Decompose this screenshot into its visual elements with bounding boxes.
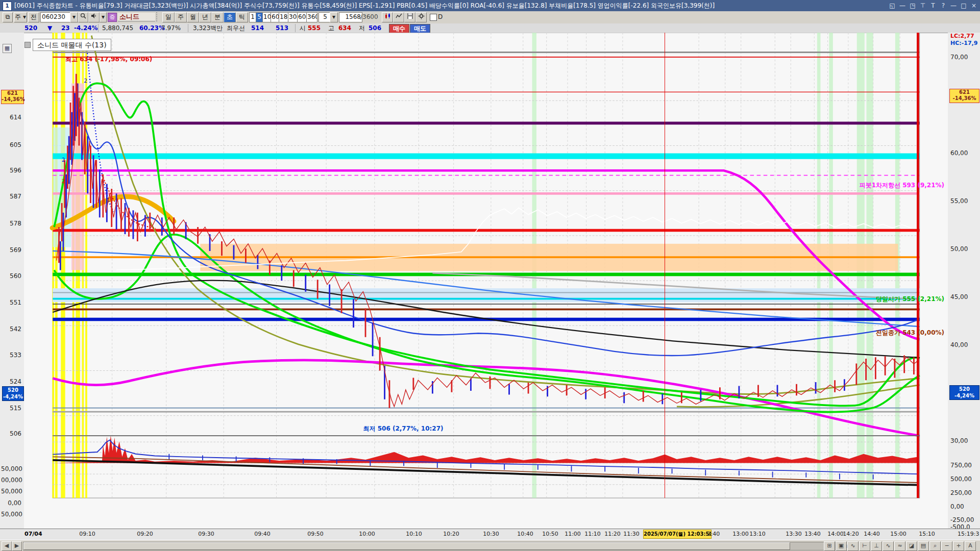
close-icon[interactable]: × [970,2,978,10]
period-tick-button[interactable]: 틱 [236,12,248,22]
high-price: 634 [338,23,351,33]
time-label: 11:20 [604,531,621,537]
volume: 5,880,745 [102,23,133,33]
scroll-left-button[interactable]: ◀ [2,541,12,551]
prev-close-annotation: 전일종가 543 (0,00%) [801,329,944,337]
trade-value: 3,323백만 [193,23,223,33]
stock-code-input[interactable]: 060230 [40,12,72,22]
eraser-icon[interactable]: ◪ [906,541,917,551]
crosshair-lock-left-icon[interactable]: ⊢ [859,541,870,551]
save-icon[interactable] [404,12,415,22]
status-bar: ◀ ▶ ׀·׀·׀·׀ ⊞ ▣ ∿ ⊢ ⊥ ∿ ≈ ◪ ▤ ⌕ − + A [0,540,980,551]
trade-marker: 2 [62,157,65,163]
duplicate-icon[interactable]: ◳ [909,2,917,10]
legend-color-swatch [24,42,31,48]
period-year-button[interactable]: 년 [199,12,211,22]
right-axis-label: 60,00 [950,149,968,157]
wave-tool-icon[interactable]: ∿ [883,541,894,551]
open-label: 시 [300,23,306,33]
code-dropdown-icon[interactable]: ▾ [70,12,78,22]
sub-left-axis-label: 50,000 [1,488,21,495]
left-axis-label: 533 [1,352,21,359]
minimize-icon[interactable]: — [898,2,906,10]
scrollbar-thumb[interactable] [23,542,790,550]
add-panel-icon[interactable]: ⊞ [824,541,835,551]
time-label: 15:10 [919,531,935,537]
sell-button[interactable]: 매도 [410,24,430,33]
bars-total-label: /3600 [360,13,378,20]
period-month-button[interactable]: 월 [187,12,199,22]
last-time-label: 15:19:3 [958,531,979,537]
zoom-tool-icon[interactable]: ⌕ [929,541,941,551]
crosshair-lock-bottom-icon[interactable]: ⊥ [871,541,882,551]
high-label: 고 [328,23,334,33]
price-badge-right: 520-4,24% [949,385,979,400]
right-axis-label: 45,00 [950,293,968,300]
period-minute-button[interactable]: 분 [211,12,224,22]
low-price: 506 [369,23,381,33]
time-label: 11:30 [623,531,640,537]
scroll-right-button[interactable]: ▶ [12,541,22,551]
scrollbar-track[interactable] [23,542,836,550]
low-annotation: 최저 506 (2,77%, 10:27) [337,424,470,433]
search-icon[interactable] [78,12,88,22]
time-label: 09:20 [137,531,153,537]
price-badge-left: 520-4,24% [2,386,24,401]
time-label: 10:10 [406,531,422,537]
stock-type-dropdown[interactable]: 주 ▾ [14,12,27,22]
line-style-icon[interactable] [393,12,404,22]
sub-left-axis-label: 50,000 [1,511,21,518]
settings-gear-icon[interactable] [415,12,427,22]
interval-1-button[interactable]: 1 [249,12,256,22]
time-label: 14:00 [827,531,844,537]
restore-window-icon[interactable]: □ [960,2,968,10]
time-label: 2:40 [707,531,720,537]
zoom-out-icon[interactable]: − [941,541,952,551]
period-day-button[interactable]: 일 [162,12,175,22]
period-week-button[interactable]: 주 [175,12,187,22]
chart-legend[interactable]: 소니드 매물대 수(13) [33,39,111,51]
time-label: 13:10 [749,531,766,537]
time-label: 09:40 [254,531,271,537]
chart-toolbar: ⧉ 주 ▾ 전 060230 ▾ ▾ 증 소니드 일 주 월 년 분 초 틱 1… [0,11,980,24]
title-bar: 1 [0601] 주식종합차트 - 유통비율[79.3] 거래대금[3,323(… [0,0,980,11]
interval-3600-button[interactable]: 3600 [306,12,317,22]
buy-button[interactable]: 매수 [389,24,409,33]
interval-300-button[interactable]: 300 [288,12,298,22]
layout-icon[interactable]: ▣ [836,541,847,551]
chart-canvas[interactable]: 2 2 2 [0,33,980,530]
day-open-annotation: 당일시가 555 (2,21%) [801,295,944,304]
time-label: 10:30 [483,531,499,537]
sound-dropdown-icon[interactable]: ▾ [100,12,107,22]
count-dropdown-icon[interactable]: ▾ [330,12,338,22]
help-icon[interactable]: ? [939,2,947,10]
window-mode-icon[interactable]: ⧉ [3,12,13,22]
prev-stock-button[interactable]: 전 [28,12,39,22]
text-tool-icon[interactable]: T [929,2,937,10]
sound-icon[interactable] [88,12,100,22]
wave2-tool-icon[interactable]: ≈ [894,541,905,551]
text-annotation-icon[interactable]: A [965,541,976,551]
left-axis-label: 596 [1,167,21,174]
toolbar-grip[interactable] [156,12,159,21]
zoom-in-icon[interactable]: + [953,541,964,551]
pin-icon[interactable]: ⊤ [919,2,927,10]
bars-input[interactable]: 1568 [339,12,362,22]
open-price: 555 [308,23,321,33]
popout-icon[interactable]: ◱ [888,2,896,10]
candle-style-icon[interactable] [382,12,393,22]
snapshot-icon[interactable]: ▤ [918,541,929,551]
app-icon: 1 [3,2,12,11]
d-checkbox[interactable] [430,14,437,21]
period-second-button[interactable]: 초 [224,12,236,22]
time-label: 11:10 [584,531,601,537]
interval-5-button[interactable]: 5 [256,12,263,22]
time-label: 09:50 [307,531,324,537]
minimize-window-icon[interactable]: — [949,2,958,10]
interval-600-button[interactable]: 600 [297,12,307,22]
interval-180-button[interactable]: 180 [279,12,289,22]
high-annotation: 최고 634 (-17,98%, 09:06) [65,55,152,64]
trendline-icon[interactable]: ∿ [847,541,859,551]
left-axis-label: 515 [1,405,21,412]
indicator-tool-icon[interactable]: ▦ [3,44,12,53]
